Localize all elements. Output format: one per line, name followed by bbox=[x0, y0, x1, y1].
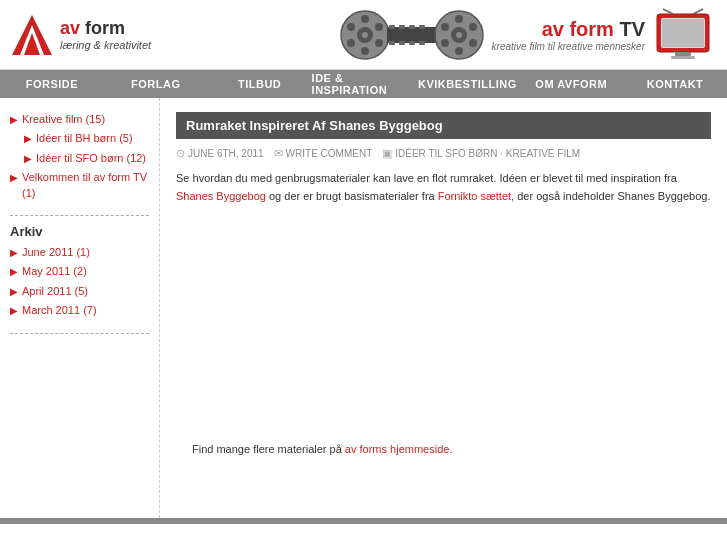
svg-rect-12 bbox=[387, 27, 437, 43]
tv-area: av form TV kreative film til kreative me… bbox=[492, 8, 717, 62]
tag-icon: ▣ bbox=[382, 147, 392, 160]
svg-point-28 bbox=[441, 39, 449, 47]
footer-text-start: Find mange flere materialer på bbox=[192, 443, 345, 455]
sidebar-divider-2 bbox=[10, 333, 149, 334]
svg-point-5 bbox=[362, 32, 368, 38]
arrow-icon-may: ▶ bbox=[10, 265, 18, 279]
footer-area: Find mange flere materialer på av forms … bbox=[176, 435, 711, 465]
arrow-icon-bh: ▶ bbox=[24, 132, 32, 146]
sidebar-item-bh: ▶ Idéer til BH børn (5) bbox=[10, 131, 149, 146]
post-title-bar: Rumraket Inspireret Af Shanes Byggebog bbox=[176, 112, 711, 139]
svg-point-25 bbox=[455, 47, 463, 55]
logo-form: form bbox=[85, 18, 125, 38]
post-link-shanes[interactable]: Shanes Byggebog bbox=[176, 190, 266, 202]
content-spacer bbox=[176, 215, 711, 435]
header: av form læring & kreativitet bbox=[0, 0, 727, 70]
bottom-bar bbox=[0, 518, 727, 524]
sidebar-link-sfo[interactable]: Idéer til SFO børn (12) bbox=[36, 151, 146, 166]
post-meta: ⊙ JUNE 6TH, 2011 ✉ WRITE COMMENT ▣ IDÉER… bbox=[176, 147, 711, 160]
sidebar-archive: Arkiv ▶ June 2011 (1) ▶ May 2011 (2) ▶ A… bbox=[10, 224, 149, 319]
svg-rect-18 bbox=[399, 41, 405, 45]
sidebar-divider-1 bbox=[10, 215, 149, 216]
meta-comment-link[interactable]: WRITE COMMENT bbox=[286, 148, 373, 159]
nav-kvikbestilling[interactable]: KVIKBESTILLING bbox=[415, 70, 519, 98]
sidebar-link-april[interactable]: April 2011 (5) bbox=[22, 284, 88, 299]
svg-point-6 bbox=[361, 15, 369, 23]
sidebar-archive-march: ▶ March 2011 (7) bbox=[10, 303, 149, 318]
film-reel-svg bbox=[337, 5, 487, 65]
tv-icon bbox=[653, 8, 713, 62]
post-body-end: , der også indeholder Shanes Byggebog. bbox=[511, 190, 710, 202]
sidebar-archive-april: ▶ April 2011 (5) bbox=[10, 284, 149, 299]
logo-title: av form bbox=[60, 18, 151, 39]
main-layout: ▶ Kreative film (15) ▶ Idéer til BH børn… bbox=[0, 98, 727, 518]
meta-date-item: ⊙ JUNE 6TH, 2011 bbox=[176, 147, 264, 160]
film-strip bbox=[332, 5, 492, 65]
svg-point-24 bbox=[455, 15, 463, 23]
footer-text: Find mange flere materialer på av forms … bbox=[192, 443, 695, 455]
footer-text-end: . bbox=[449, 443, 452, 455]
nav-omavform[interactable]: OM AVFORM bbox=[519, 70, 623, 98]
svg-point-27 bbox=[469, 23, 477, 31]
sidebar-link-may[interactable]: May 2011 (2) bbox=[22, 264, 87, 279]
svg-point-7 bbox=[361, 47, 369, 55]
post-link-fornikto[interactable]: Fornikto sættet bbox=[438, 190, 511, 202]
post-title: Rumraket Inspireret Af Shanes Byggebog bbox=[186, 118, 443, 133]
svg-point-29 bbox=[469, 39, 477, 47]
sidebar-link-june[interactable]: June 2011 (1) bbox=[22, 245, 90, 260]
arrow-icon-june: ▶ bbox=[10, 246, 18, 260]
arrow-icon-march: ▶ bbox=[10, 304, 18, 318]
svg-point-10 bbox=[347, 39, 355, 47]
svg-line-36 bbox=[693, 9, 703, 14]
svg-rect-15 bbox=[409, 25, 415, 29]
tv-brand-title: av form TV bbox=[542, 18, 645, 41]
svg-rect-20 bbox=[419, 41, 425, 45]
navbar: FORSIDE FORLAG TILBUD IDE & INSPIRATION … bbox=[0, 70, 727, 98]
arrow-icon: ▶ bbox=[10, 113, 18, 127]
sidebar-link-velkommen[interactable]: Velkommen til av form TV (1) bbox=[22, 170, 149, 201]
logo-text: av form læring & kreativitet bbox=[60, 18, 151, 51]
arrow-icon-velkommen: ▶ bbox=[10, 171, 18, 185]
sidebar-item-sfo: ▶ Idéer til SFO børn (12) bbox=[10, 151, 149, 166]
svg-point-8 bbox=[347, 23, 355, 31]
svg-rect-14 bbox=[399, 25, 405, 29]
svg-point-11 bbox=[375, 39, 383, 47]
meta-tags: IDÉER TIL SFO BØRN · KREATIVE FILM bbox=[395, 148, 580, 159]
sidebar-archive-june: ▶ June 2011 (1) bbox=[10, 245, 149, 260]
nav-tilbud[interactable]: TILBUD bbox=[208, 70, 312, 98]
logo-area: av form læring & kreativitet bbox=[10, 13, 332, 57]
sidebar-link-march[interactable]: March 2011 (7) bbox=[22, 303, 97, 318]
sidebar-archive-may: ▶ May 2011 (2) bbox=[10, 264, 149, 279]
meta-comment-item: ✉ WRITE COMMENT bbox=[274, 147, 373, 160]
svg-rect-33 bbox=[675, 52, 691, 56]
svg-rect-13 bbox=[389, 25, 395, 29]
sidebar-categories: ▶ Kreative film (15) ▶ Idéer til BH børn… bbox=[10, 112, 149, 201]
meta-tags-item: ▣ IDÉER TIL SFO BØRN · KREATIVE FILM bbox=[382, 147, 580, 160]
clock-icon: ⊙ bbox=[176, 147, 185, 160]
post-body-start: Se hvordan du med genbrugsmaterialer kan… bbox=[176, 172, 677, 184]
post-body: Se hvordan du med genbrugsmaterialer kan… bbox=[176, 170, 711, 205]
footer-link[interactable]: av forms hjemmeside bbox=[345, 443, 450, 455]
svg-rect-19 bbox=[409, 41, 415, 45]
nav-kontakt[interactable]: KONTAKT bbox=[623, 70, 727, 98]
tv-brand-subtitle: kreative film til kreative mennesker bbox=[492, 41, 645, 52]
tv-brand-text: av form TV kreative film til kreative me… bbox=[492, 18, 645, 52]
svg-rect-17 bbox=[389, 41, 395, 45]
sidebar: ▶ Kreative film (15) ▶ Idéer til BH børn… bbox=[0, 98, 160, 518]
logo-icon bbox=[10, 13, 54, 57]
nav-forside[interactable]: FORSIDE bbox=[0, 70, 104, 98]
logo-av: av bbox=[60, 18, 85, 38]
sidebar-link-bh[interactable]: Idéer til BH børn (5) bbox=[36, 131, 133, 146]
logo-subtitle: læring & kreativitet bbox=[60, 39, 151, 51]
svg-line-35 bbox=[663, 9, 673, 14]
content-area: Rumraket Inspireret Af Shanes Byggebog ⊙… bbox=[160, 98, 727, 518]
post-body-mid: og der er brugt basismaterialer fra bbox=[266, 190, 438, 202]
svg-point-26 bbox=[441, 23, 449, 31]
nav-forlag[interactable]: FORLAG bbox=[104, 70, 208, 98]
meta-date: JUNE 6TH, 2011 bbox=[188, 148, 264, 159]
archive-title: Arkiv bbox=[10, 224, 149, 239]
sidebar-item-velkommen: ▶ Velkommen til av form TV (1) bbox=[10, 170, 149, 201]
sidebar-link-kreative[interactable]: Kreative film (15) bbox=[22, 112, 105, 127]
nav-ide[interactable]: IDE & INSPIRATION bbox=[312, 70, 416, 98]
comment-icon: ✉ bbox=[274, 147, 283, 160]
